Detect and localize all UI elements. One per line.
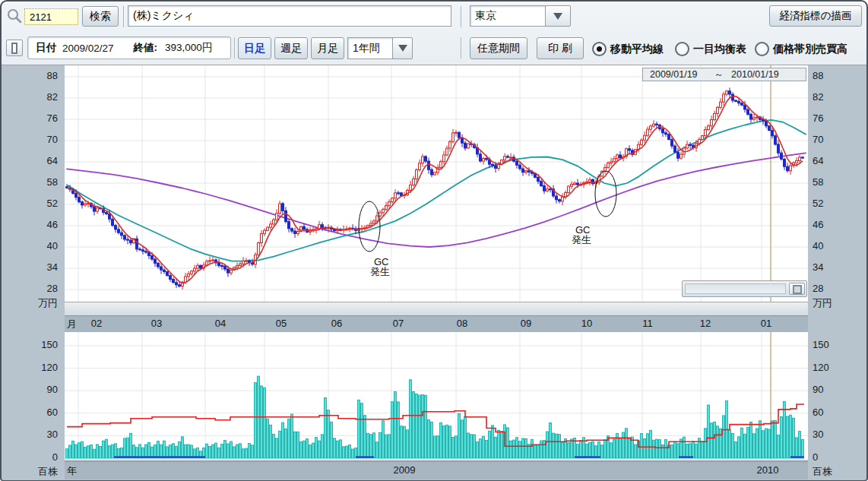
date-label: 日付 (36, 41, 56, 55)
year-axis (65, 461, 808, 479)
radio-ichimoku[interactable]: 一目均衡表 (675, 42, 746, 56)
exchange-select[interactable]: 東京 (470, 5, 546, 27)
toolbar-separator (461, 6, 462, 27)
radio-circle-icon[interactable] (592, 42, 607, 56)
date-range-box: 2009/01/19 ～ 2010/01/19 (642, 68, 806, 81)
radio-circle-icon[interactable] (755, 42, 769, 56)
radio-moving-average[interactable]: 移動平均線 (592, 42, 664, 56)
range-separator: ～ (714, 68, 724, 81)
search-icon (6, 8, 23, 24)
range-select[interactable]: 1年間 (347, 37, 393, 59)
select-window-button[interactable] (6, 40, 23, 56)
quote-info-panel: 日付 2009/02/27 終値: 393,000円 (27, 36, 231, 59)
scrollbar-track[interactable] (685, 283, 786, 294)
search-button[interactable]: 検索 (82, 6, 119, 27)
econ-indicator-button[interactable]: 経済指標の描画 (769, 5, 862, 27)
toolbar-separator (234, 37, 236, 59)
range-from: 2009/01/19 (650, 69, 698, 80)
toolbar-separator (123, 6, 125, 27)
custom-range-button[interactable]: 任意期間 (470, 37, 527, 59)
close-label: 終値: (134, 41, 158, 55)
print-button[interactable]: 印 刷 (537, 37, 584, 59)
period-monthly-button[interactable]: 月足 (311, 37, 344, 59)
radio-price-volume[interactable]: 価格帯別売買高 (755, 42, 847, 56)
resize-icon (793, 285, 802, 294)
period-weekly-button[interactable]: 週足 (274, 37, 308, 59)
radio-circle-icon[interactable] (675, 42, 689, 56)
price-chart[interactable]: GC発生GC発生 (65, 65, 808, 302)
volume-chart[interactable] (65, 332, 808, 460)
chart-divider-band (65, 302, 808, 315)
close-value: 393,000円 (165, 41, 212, 55)
chart-scrollbar[interactable] (682, 280, 807, 297)
month-axis (65, 315, 808, 332)
period-daily-button[interactable]: 日足 (238, 37, 271, 59)
app-window: 検索 東京 経済指標の描画 日付 2009/02/27 終値: 393,000円… (0, 0, 868, 481)
square-icon (11, 43, 17, 54)
date-value: 2009/02/27 (62, 43, 114, 54)
company-name-input[interactable] (128, 5, 451, 27)
exchange-dropdown-arrow-icon[interactable] (545, 5, 571, 27)
range-dropdown-arrow-icon[interactable] (392, 37, 413, 59)
scrollbar-resize-button[interactable] (789, 283, 805, 295)
range-to: 2010/01/19 (731, 69, 779, 80)
toolbar-separator (461, 37, 462, 59)
stock-code-input[interactable] (24, 8, 78, 25)
